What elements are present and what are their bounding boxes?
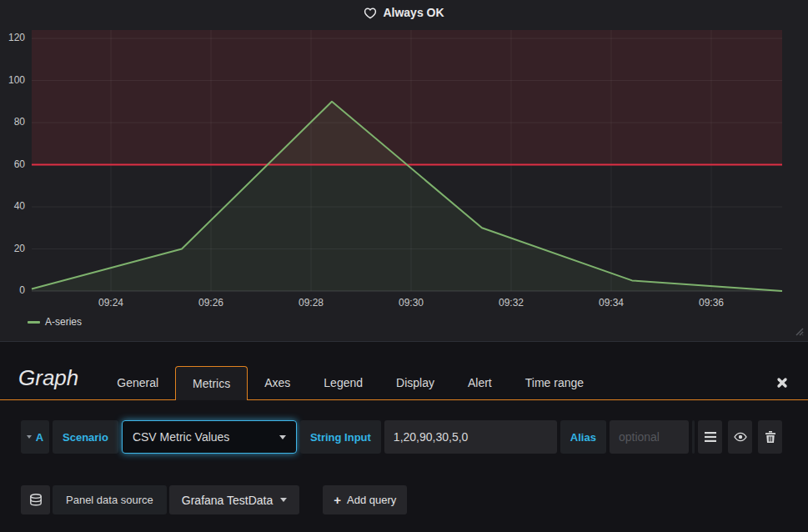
close-icon <box>776 377 788 389</box>
plus-icon: + <box>334 494 341 506</box>
query-ref-id: A <box>36 431 43 444</box>
y-axis-label: 100 <box>0 74 25 86</box>
series-color-marker <box>28 321 40 324</box>
tab-metrics[interactable]: Metrics <box>175 366 248 400</box>
database-icon <box>29 494 43 506</box>
chart-canvas <box>0 0 808 313</box>
panel-editor: Graph GeneralMetricsAxesLegendDisplayAle… <box>0 343 808 532</box>
chevron-down-icon <box>280 498 287 502</box>
x-axis-label: 09:36 <box>690 297 732 309</box>
chevron-down-icon <box>279 435 286 439</box>
panel-resize-handle[interactable] <box>793 324 804 339</box>
query-collapse-button[interactable]: A <box>21 420 49 454</box>
scenario-label: Scenario <box>53 420 118 454</box>
tab-general[interactable]: General <box>100 366 175 399</box>
chart-legend: A-series <box>28 316 82 328</box>
query-editor-row: A Scenario CSV Metric Values String Inpu… <box>21 420 782 454</box>
chevron-down-icon <box>27 435 32 439</box>
y-axis-label: 80 <box>0 116 25 128</box>
x-axis-label: 09:30 <box>390 297 432 309</box>
heart-icon <box>364 7 377 19</box>
panel-data-source-label: Panel data source <box>53 485 167 514</box>
x-axis-label: 09:28 <box>290 297 332 309</box>
panel-type-title: Graph <box>18 365 78 391</box>
graph-panel: 02040608010012009:2409:2609:2809:3009:32… <box>0 0 808 342</box>
datasource-selected-value: Grafana TestData <box>182 494 273 507</box>
delete-query-button[interactable] <box>758 420 782 454</box>
tab-display[interactable]: Display <box>379 366 451 399</box>
string-input-label: String Input <box>300 420 381 454</box>
tab-time-range[interactable]: Time range <box>509 366 600 399</box>
editor-header: Graph GeneralMetricsAxesLegendDisplayAle… <box>0 343 808 400</box>
metrics-tab-content: A Scenario CSV Metric Values String Inpu… <box>0 400 808 514</box>
legend-series-label[interactable]: A-series <box>45 316 82 328</box>
x-axis-label: 09:34 <box>590 297 632 309</box>
add-query-button[interactable]: + Add query <box>323 485 407 514</box>
scenario-selected-value: CSV Metric Values <box>133 430 229 444</box>
threshold-region <box>32 30 782 165</box>
y-axis-label: 40 <box>0 200 25 212</box>
y-axis-label: 120 <box>0 32 25 43</box>
panel-title-text: Always OK <box>383 6 444 19</box>
tab-alert[interactable]: Alert <box>451 366 509 399</box>
alias-label: Alias <box>560 420 606 454</box>
time-series-chart: 02040608010012009:2409:2609:2809:3009:32… <box>0 0 808 313</box>
query-menu-button[interactable] <box>698 420 722 454</box>
toggle-query-visibility-button[interactable] <box>728 420 752 454</box>
x-axis-label: 09:32 <box>490 297 532 309</box>
add-query-label: Add query <box>347 494 396 506</box>
panel-title[interactable]: Always OK <box>0 3 808 22</box>
datasource-help-button[interactable] <box>21 485 50 514</box>
eye-icon <box>734 432 747 442</box>
close-editor-button[interactable] <box>776 377 788 389</box>
y-axis-label: 0 <box>0 284 25 296</box>
tab-legend[interactable]: Legend <box>307 366 379 399</box>
x-axis-label: 09:26 <box>190 297 232 309</box>
datasource-dropdown[interactable]: Grafana TestData <box>169 485 299 514</box>
resize-grip-icon <box>793 325 804 336</box>
trash-icon <box>765 431 775 443</box>
y-axis-label: 60 <box>0 158 25 170</box>
string-input-field[interactable] <box>384 420 557 454</box>
y-axis-label: 20 <box>0 243 25 254</box>
datasource-row: Panel data source Grafana TestData + Add… <box>21 485 782 514</box>
x-axis-label: 09:24 <box>90 297 132 309</box>
menu-icon <box>705 432 716 442</box>
scenario-select[interactable]: CSV Metric Values <box>122 420 297 454</box>
tab-axes[interactable]: Axes <box>248 366 307 399</box>
editor-tabs: GeneralMetricsAxesLegendDisplayAlertTime… <box>100 366 600 399</box>
alias-input-field[interactable] <box>610 420 689 454</box>
query-row-spacer <box>692 420 695 454</box>
